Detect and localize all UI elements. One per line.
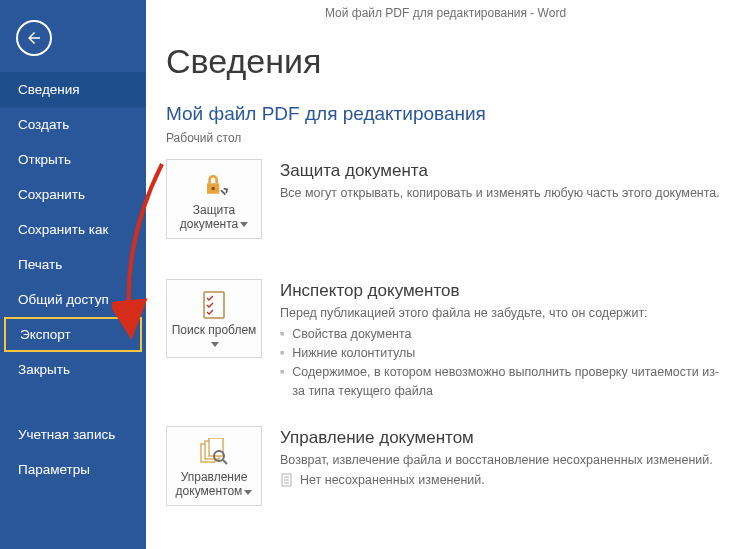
svg-point-1: [211, 187, 215, 191]
bullet-item: Содержимое, в котором невозможно выполни…: [280, 363, 725, 401]
tile-label: Защита документа: [180, 203, 239, 231]
protect-heading: Защита документа: [280, 161, 725, 181]
nav-label: Сохранить как: [18, 222, 108, 237]
tile-label: Управление документом: [176, 470, 248, 498]
inspect-bullets: Свойства документа Нижние колонтитулы Со…: [280, 325, 725, 400]
chevron-down-icon: [211, 342, 219, 347]
tile-manage-document[interactable]: Управление документом: [166, 426, 262, 506]
nav-label: Создать: [18, 117, 69, 132]
bullet-item: Нижние колонтитулы: [280, 344, 725, 363]
tile-check-issues[interactable]: Поиск проблем: [166, 279, 262, 359]
nav-label: Сохранить: [18, 187, 85, 202]
nav-label: Экспорт: [20, 327, 71, 342]
nav-item-open[interactable]: Открыть: [0, 142, 146, 177]
back-button[interactable]: [16, 20, 52, 56]
tile-label: Поиск проблем: [172, 323, 257, 337]
nav-item-save[interactable]: Сохранить: [0, 177, 146, 212]
chevron-down-icon: [244, 490, 252, 495]
lock-key-icon: [200, 170, 228, 200]
section-manage: Управление документом Управление докумен…: [166, 426, 725, 506]
window-title: Мой файл PDF для редактирования - Word: [146, 6, 745, 20]
manage-status: Нет несохраненных изменений.: [280, 473, 725, 487]
documents-search-icon: [199, 437, 229, 467]
backstage-main: Мой файл PDF для редактирования - Word С…: [146, 0, 745, 549]
nav-item-export[interactable]: Экспорт: [4, 317, 142, 352]
file-name: Мой файл PDF для редактирования: [166, 103, 725, 125]
nav-label: Печать: [18, 257, 62, 272]
inspect-intro: Перед публикацией этого файла не забудьт…: [280, 305, 725, 322]
nav-item-options[interactable]: Параметры: [0, 452, 146, 487]
nav-label: Открыть: [18, 152, 71, 167]
nav-item-print[interactable]: Печать: [0, 247, 146, 282]
nav-label: Общий доступ: [18, 292, 109, 307]
backstage-sidebar: Сведения Создать Открыть Сохранить Сохра…: [0, 0, 146, 549]
nav-item-save-as[interactable]: Сохранить как: [0, 212, 146, 247]
nav-label: Сведения: [18, 82, 80, 97]
nav-item-share[interactable]: Общий доступ: [0, 282, 146, 317]
back-arrow-icon: [25, 29, 43, 47]
manage-heading: Управление документом: [280, 428, 725, 448]
section-protect: Защита документа Защита документа Все мо…: [166, 159, 725, 239]
document-icon: [280, 473, 294, 487]
page-title: Сведения: [166, 42, 725, 81]
manage-desc: Возврат, извлечение файла и восстановлен…: [280, 452, 725, 469]
chevron-down-icon: [240, 222, 248, 227]
protect-desc: Все могут открывать, копировать и изменя…: [280, 185, 725, 202]
nav-item-close[interactable]: Закрыть: [0, 352, 146, 387]
nav-item-info[interactable]: Сведения: [0, 72, 146, 107]
section-inspect: Поиск проблем Инспектор документов Перед…: [166, 279, 725, 401]
inspect-heading: Инспектор документов: [280, 281, 725, 301]
checklist-icon: [201, 290, 227, 320]
tile-protect-document[interactable]: Защита документа: [166, 159, 262, 239]
nav-label: Закрыть: [18, 362, 70, 377]
bullet-item: Свойства документа: [280, 325, 725, 344]
nav-label: Параметры: [18, 462, 90, 477]
nav-item-account[interactable]: Учетная запись: [0, 417, 146, 452]
nav-label: Учетная запись: [18, 427, 115, 442]
file-location: Рабочий стол: [166, 131, 725, 145]
nav-item-new[interactable]: Создать: [0, 107, 146, 142]
svg-line-7: [223, 460, 227, 464]
